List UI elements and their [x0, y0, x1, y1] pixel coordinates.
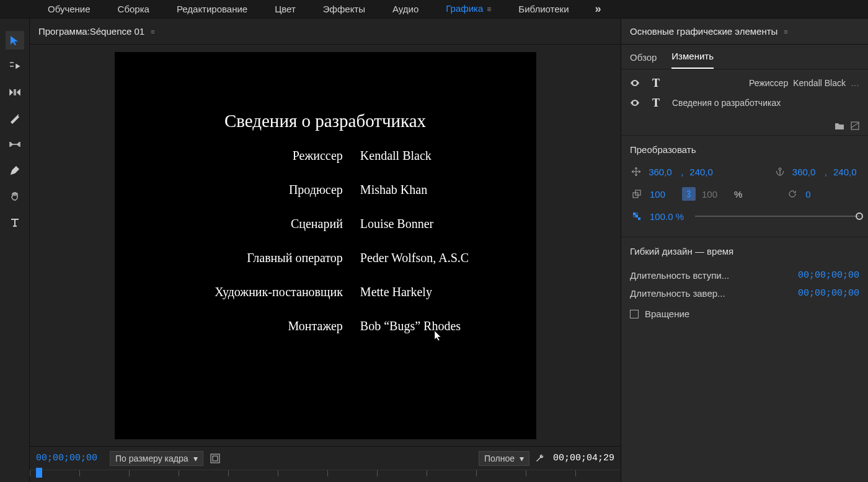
playhead[interactable] [36, 468, 42, 478]
overflow-icon[interactable]: » [595, 2, 601, 15]
text-layer-icon: T [649, 97, 663, 110]
visibility-icon[interactable] [630, 99, 640, 107]
anchor-icon [774, 165, 786, 178]
resolution-dropdown[interactable]: Полное ▾ [479, 451, 529, 466]
opacity-icon [630, 209, 644, 223]
rotation-icon [786, 187, 799, 201]
credit-row: ПродюсерMishab Khan [182, 183, 469, 197]
layer-item[interactable]: T Режиссер Kendall Black … [621, 73, 868, 93]
selection-tool[interactable] [6, 31, 24, 50]
timeline-ruler[interactable] [30, 470, 621, 482]
opacity-slider[interactable] [695, 216, 859, 217]
new-layer-folder-icon[interactable] [835, 121, 844, 130]
credits-title: Сведения о разработчиках [224, 111, 426, 131]
position-x[interactable]: 360,0 [649, 167, 675, 177]
credit-row: Художник-постановщикMette Harkely [182, 285, 469, 299]
svg-rect-9 [636, 213, 638, 215]
responsive-section: Гибкий дизайн — время Длительность вступ… [621, 237, 868, 324]
tab-assembly[interactable]: Сборка [104, 0, 163, 19]
tab-effects[interactable]: Эффекты [309, 0, 379, 19]
tab-audio[interactable]: Аудио [379, 0, 432, 19]
credit-row: РежиссерKendall Black [182, 149, 469, 163]
new-layer-icon[interactable] [851, 121, 859, 130]
eg-tab-edit[interactable]: Изменить [671, 51, 714, 69]
timecode-in[interactable]: 00;00;00;00 [36, 453, 97, 463]
outro-duration-row: Длительность завер... 00;00;00;00 [630, 284, 859, 302]
link-icon[interactable] [682, 187, 696, 201]
tools-panel [0, 19, 30, 482]
sequence-name: Séquence 01 [90, 26, 144, 37]
slip-tool[interactable] [6, 135, 24, 154]
hand-tool[interactable] [6, 187, 24, 206]
scale-width[interactable]: 100 [650, 189, 676, 199]
svg-rect-7 [636, 215, 638, 217]
scale-icon [630, 187, 644, 201]
intro-label: Длительность вступи... [630, 270, 729, 281]
tab-graphics[interactable]: Графика≡ [432, 0, 505, 19]
timecode-out[interactable]: 00;00;04;29 [553, 453, 614, 463]
track-select-tool[interactable] [6, 57, 24, 76]
visibility-icon[interactable] [630, 79, 640, 87]
hamburger-icon: ≡ [487, 5, 491, 14]
razor-tool[interactable] [6, 109, 24, 128]
eg-tab-browse[interactable]: Обзор [630, 52, 657, 69]
layer-name: Kendall Black [793, 78, 846, 88]
anchor-y[interactable]: 240,0 [833, 167, 859, 177]
chevron-down-icon: ▾ [193, 454, 198, 463]
program-footer: 00;00;00;00 По размеру кадра ▾ Полное ▾ … [30, 446, 621, 470]
intro-value[interactable]: 00;00;00;00 [798, 270, 859, 281]
roll-label: Вращение [645, 309, 689, 319]
anchor-x[interactable]: 360,0 [792, 167, 818, 177]
scale-height: 100 [702, 189, 728, 199]
comma: , [825, 167, 827, 177]
chevron-down-icon: ▾ [520, 454, 524, 463]
rotation-value[interactable]: 0 [805, 189, 831, 199]
pen-tool[interactable] [6, 161, 24, 180]
zoom-dropdown[interactable]: По размеру кадра ▾ [110, 451, 203, 466]
eg-panel-title: Основные графические элементы ≡ [621, 19, 868, 45]
credit-row: Главный операторPeder Wolfson, A.S.C [182, 251, 469, 265]
safe-margins-icon[interactable] [210, 453, 221, 464]
program-panel-title: Программа: Séquence 01 ≡ [30, 19, 621, 45]
credits-list: РежиссерKendall Black ПродюсерMishab Kha… [182, 149, 469, 333]
video-frame: Сведения о разработчиках РежиссерKendall… [115, 52, 536, 439]
layer-list: T Режиссер Kendall Black … T Сведения о … [621, 69, 868, 116]
credit-row: МонтажерBob “Bugs” Rhodes [182, 319, 469, 333]
program-viewport[interactable]: Сведения о разработчиках РежиссерKendall… [30, 45, 621, 446]
program-monitor: Программа: Séquence 01 ≡ Сведения о разр… [30, 19, 621, 482]
layer-label: Сведения о разработчиках [672, 98, 781, 108]
type-tool[interactable] [6, 213, 24, 232]
workspace-tabs: Обучение Сборка Редактирование Цвет Эффе… [0, 0, 868, 19]
tab-editing[interactable]: Редактирование [163, 0, 261, 19]
eg-tabs: Обзор Изменить [621, 45, 868, 69]
layer-item[interactable]: T Сведения о разработчиках [621, 93, 868, 113]
svg-point-3 [779, 168, 781, 170]
layer-role: Режиссер [749, 78, 788, 88]
transform-section: Преобразовать 360,0 , 240,0 360,0 , 240,… [621, 136, 868, 237]
transform-title: Преобразовать [630, 144, 859, 155]
wrench-icon[interactable] [534, 453, 546, 464]
roll-checkbox-row[interactable]: Вращение [630, 309, 859, 319]
panel-menu-icon[interactable]: ≡ [784, 28, 787, 35]
position-icon [630, 165, 642, 178]
percent-label: % [734, 189, 742, 199]
tab-libraries[interactable]: Библиотеки [505, 0, 582, 19]
outro-label: Длительность завер... [630, 288, 725, 299]
tab-learn[interactable]: Обучение [34, 0, 104, 19]
ellipsis-icon: … [851, 78, 859, 88]
outro-value[interactable]: 00;00;00;00 [798, 288, 859, 299]
ripple-edit-tool[interactable] [6, 83, 24, 102]
slider-knob[interactable] [856, 213, 863, 220]
panel-menu-icon[interactable]: ≡ [151, 28, 154, 35]
position-y[interactable]: 240,0 [689, 167, 715, 177]
layer-tools [621, 116, 868, 136]
intro-duration-row: Длительность вступи... 00;00;00;00 [630, 266, 859, 284]
svg-rect-6 [633, 213, 636, 215]
roll-checkbox[interactable] [630, 310, 639, 318]
tab-color[interactable]: Цвет [261, 0, 309, 19]
opacity-value[interactable]: 100.0 % [650, 211, 684, 222]
mouse-cursor-icon [433, 330, 443, 342]
responsive-title: Гибкий дизайн — время [630, 246, 859, 256]
credit-row: СценарийLouise Bonner [182, 217, 469, 231]
essential-graphics-panel: Основные графические элементы ≡ Обзор Из… [621, 19, 868, 482]
